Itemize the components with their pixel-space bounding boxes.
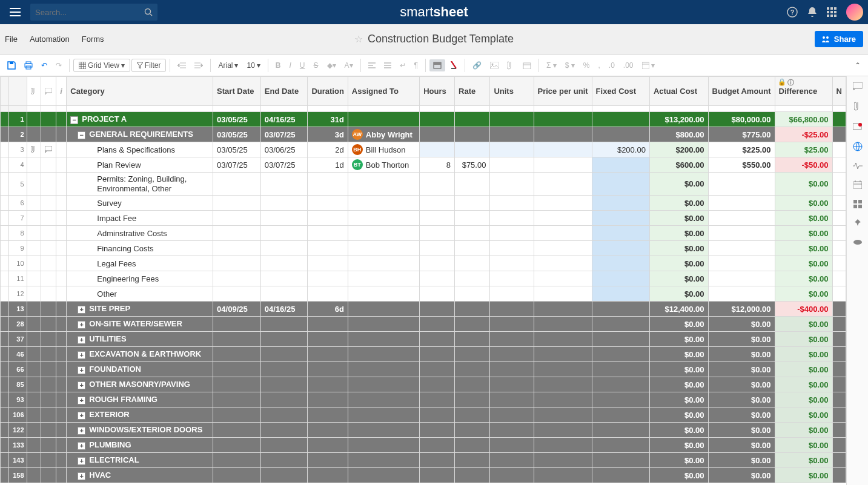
cell-fixed[interactable]: [592, 173, 649, 196]
row-comment[interactable]: [41, 142, 56, 157]
cell-hours[interactable]: [420, 196, 455, 211]
conditional-format-icon[interactable]: [446, 59, 461, 72]
cell-assigned[interactable]: [348, 271, 419, 286]
cell-start[interactable]: 03/07/25: [213, 157, 261, 173]
header-end[interactable]: End Date: [260, 77, 308, 106]
cell-rate[interactable]: [455, 196, 490, 211]
search-icon[interactable]: [144, 8, 153, 16]
menu-icon[interactable]: [5, 3, 25, 21]
expand-icon[interactable]: +: [78, 336, 85, 344]
cell-price[interactable]: [534, 377, 592, 392]
cell-hours[interactable]: [420, 286, 455, 302]
cell-fixed[interactable]: [592, 377, 649, 392]
cell-hours[interactable]: [420, 127, 455, 142]
table-row[interactable]: 106 +EXTERIOR $0.00 $0.00 $0.00: [1, 407, 846, 423]
cell-end[interactable]: 04/16/25: [260, 302, 308, 317]
grid-view-button[interactable]: Grid View ▾: [73, 59, 130, 72]
cell-diff[interactable]: -$25.00: [775, 127, 832, 142]
text-color-icon[interactable]: A▾: [341, 59, 357, 72]
cell-start[interactable]: [213, 453, 261, 468]
menu-forms[interactable]: Forms: [82, 35, 104, 44]
row-comment[interactable]: [41, 317, 56, 332]
star-icon[interactable]: ☆: [354, 33, 363, 45]
cell-category[interactable]: −PROJECT A: [67, 112, 213, 127]
cell-budget[interactable]: $0.00: [708, 468, 775, 483]
cell-start[interactable]: [213, 392, 261, 407]
cell-budget[interactable]: [708, 241, 775, 256]
cell-hours[interactable]: [420, 241, 455, 256]
row-comment[interactable]: [41, 112, 56, 127]
row-comment[interactable]: [41, 468, 56, 483]
cell-budget[interactable]: $0.00: [708, 453, 775, 468]
row-comment[interactable]: [41, 256, 56, 271]
cell-price[interactable]: [534, 468, 592, 483]
cell-category[interactable]: Plan Review: [67, 157, 213, 173]
cell-units[interactable]: [490, 241, 534, 256]
table-row[interactable]: 9 Financing Costs $0.00 $0.00: [1, 241, 846, 256]
cell-actual[interactable]: $0.00: [649, 468, 708, 483]
row-comment[interactable]: [41, 286, 56, 302]
row-number[interactable]: 3: [8, 142, 27, 157]
header-fixed[interactable]: Fixed Cost: [592, 77, 649, 106]
row-comment[interactable]: [41, 211, 56, 226]
cell-actual[interactable]: $0.00: [649, 211, 708, 226]
cell-price[interactable]: [534, 226, 592, 241]
italic-icon[interactable]: I: [286, 59, 295, 72]
cell-diff[interactable]: $0.00: [775, 377, 832, 392]
cell-budget[interactable]: $80,000.00: [708, 112, 775, 127]
cell-price[interactable]: [534, 241, 592, 256]
align-vertical-icon[interactable]: [380, 60, 395, 71]
cell-price[interactable]: [534, 302, 592, 317]
summary-icon[interactable]: [853, 180, 862, 189]
cell-start[interactable]: [213, 271, 261, 286]
cell-budget[interactable]: $550.00: [708, 157, 775, 173]
cell-category[interactable]: +ON-SITE WATER/SEWER: [67, 317, 213, 332]
cell-units[interactable]: [490, 453, 534, 468]
cell-actual[interactable]: $12,400.00: [649, 302, 708, 317]
cell-diff[interactable]: $0.00: [775, 271, 832, 286]
row-comment[interactable]: [41, 157, 56, 173]
cell-diff[interactable]: $0.00: [775, 392, 832, 407]
cell-units[interactable]: [490, 226, 534, 241]
cell-price[interactable]: [534, 173, 592, 196]
cell-end[interactable]: [260, 317, 308, 332]
menu-automation[interactable]: Automation: [30, 35, 70, 44]
row-number[interactable]: 46: [8, 347, 27, 362]
cell-actual[interactable]: $0.00: [649, 377, 708, 392]
cell-end[interactable]: [260, 332, 308, 347]
cell-start[interactable]: [213, 173, 261, 196]
cell-hours[interactable]: [420, 407, 455, 423]
table-row[interactable]: 133 +PLUMBING $0.00 $0.00 $0.00: [1, 438, 846, 453]
cell-category[interactable]: +OTHER MASONRY/PAVING: [67, 377, 213, 392]
cell-duration[interactable]: [308, 286, 348, 302]
cell-fixed[interactable]: [592, 226, 649, 241]
save-icon[interactable]: [4, 59, 19, 72]
row-number[interactable]: 93: [8, 392, 27, 407]
cell-diff[interactable]: $0.00: [775, 468, 832, 483]
decimal-inc-icon[interactable]: .00: [620, 59, 637, 72]
row-comment[interactable]: [41, 241, 56, 256]
header-price[interactable]: Price per unit: [534, 77, 592, 106]
cell-assigned[interactable]: [348, 241, 419, 256]
cell-units[interactable]: [490, 317, 534, 332]
cell-category[interactable]: +HVAC: [67, 468, 213, 483]
cell-diff[interactable]: $0.00: [775, 438, 832, 453]
cell-hours[interactable]: [420, 453, 455, 468]
header-category[interactable]: Category: [67, 77, 213, 106]
cell-budget[interactable]: $0.00: [708, 317, 775, 332]
cell-units[interactable]: [490, 362, 534, 377]
cell-rate[interactable]: [455, 211, 490, 226]
cell-start[interactable]: [213, 407, 261, 423]
cell-actual[interactable]: $13,200.00: [649, 112, 708, 127]
avatar[interactable]: [846, 4, 863, 21]
cell-hours[interactable]: [420, 211, 455, 226]
cell-actual[interactable]: $0.00: [649, 317, 708, 332]
cell-hours[interactable]: [420, 377, 455, 392]
table-row[interactable]: 6 Survey $0.00 $0.00: [1, 196, 846, 211]
cell-start[interactable]: [213, 468, 261, 483]
cell-budget[interactable]: $0.00: [708, 377, 775, 392]
cell-assigned[interactable]: [348, 453, 419, 468]
row-comment[interactable]: [41, 127, 56, 142]
reminder-icon[interactable]: [519, 59, 535, 71]
cell-units[interactable]: [490, 196, 534, 211]
